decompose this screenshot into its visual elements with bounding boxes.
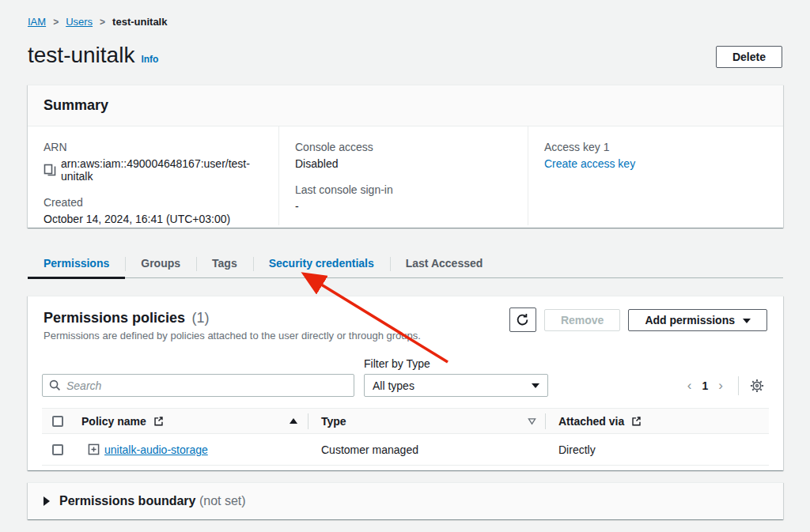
breadcrumb-link-users[interactable]: Users bbox=[66, 16, 93, 28]
arn-label: ARN bbox=[44, 141, 263, 153]
access-key-field: Access key 1 Create access key bbox=[544, 141, 767, 170]
type-filter-value: All types bbox=[373, 379, 414, 392]
external-link-icon bbox=[153, 416, 164, 426]
summary-card: Summary ARN arn:aws:iam::490004648167:us… bbox=[28, 85, 783, 228]
boundary-title: Permissions boundary bbox=[59, 494, 196, 507]
created-field: Created October 14, 2024, 16:41 (UTC+03:… bbox=[44, 196, 263, 225]
table-header-row: Policy name Type Attached via bbox=[42, 408, 769, 434]
page-title: test-unitalk bbox=[28, 43, 134, 68]
created-value: October 14, 2024, 16:41 (UTC+03:00) bbox=[44, 213, 263, 225]
page-number[interactable]: 1 bbox=[699, 379, 712, 392]
policies-title: Permissions policies bbox=[44, 310, 185, 326]
console-access-value: Disabled bbox=[295, 157, 512, 170]
row-checkbox-cell bbox=[42, 444, 74, 455]
remove-button[interactable]: Remove bbox=[544, 309, 620, 331]
header-policy-name[interactable]: Policy name bbox=[74, 415, 308, 428]
gear-icon[interactable] bbox=[747, 377, 767, 394]
refresh-button[interactable] bbox=[509, 308, 536, 332]
summary-column-2: Console access Disabled Last console sig… bbox=[278, 126, 528, 225]
select-all-checkbox[interactable] bbox=[52, 416, 63, 427]
breadcrumb-separator-icon: > bbox=[53, 17, 59, 28]
sort-ascending-icon[interactable] bbox=[290, 418, 297, 424]
row-checkbox[interactable] bbox=[52, 444, 63, 455]
summary-column-1: ARN arn:aws:iam::490004648167:user/test-… bbox=[28, 126, 278, 225]
header-attached-via[interactable]: Attached via bbox=[546, 415, 769, 428]
sort-indicator-icon[interactable] bbox=[528, 417, 536, 425]
tab-bar: Permissions Groups Tags Security credent… bbox=[28, 251, 783, 278]
console-access-label: Console access bbox=[295, 141, 512, 153]
tab-groups[interactable]: Groups bbox=[125, 251, 196, 277]
create-access-key-link[interactable]: Create access key bbox=[544, 157, 767, 170]
policies-table: Policy name Type Attached via bbox=[42, 408, 769, 466]
console-access-field: Console access Disabled bbox=[295, 141, 512, 170]
summary-title: Summary bbox=[44, 97, 108, 113]
policy-type-value: Customer managed bbox=[321, 443, 418, 456]
header-checkbox-cell bbox=[42, 416, 74, 427]
summary-column-3: Access key 1 Create access key bbox=[528, 126, 783, 225]
breadcrumb: IAM > Users > test-unitalk bbox=[28, 16, 167, 28]
last-signin-value: - bbox=[295, 200, 512, 213]
breadcrumb-link-iam[interactable]: IAM bbox=[28, 16, 46, 28]
caret-down-icon bbox=[532, 383, 539, 388]
policies-count: (1) bbox=[192, 310, 210, 326]
summary-body: ARN arn:aws:iam::490004648167:user/test-… bbox=[28, 126, 783, 225]
attached-via-value: Directly bbox=[558, 443, 596, 456]
pagination: ‹ 1 › bbox=[680, 374, 767, 397]
header-type[interactable]: Type bbox=[308, 415, 546, 428]
tab-security-credentials[interactable]: Security credentials bbox=[253, 251, 390, 277]
table-row: unitalk-audio-storage Customer managed D… bbox=[42, 434, 769, 466]
chevron-left-icon[interactable]: ‹ bbox=[680, 378, 699, 394]
created-label: Created bbox=[44, 196, 263, 209]
arn-field: ARN arn:aws:iam::490004648167:user/test-… bbox=[44, 141, 263, 183]
permissions-boundary-card: Permissions boundary (not set) bbox=[28, 482, 783, 519]
policies-header: Permissions policies (1) bbox=[44, 310, 210, 326]
boundary-status: (not set) bbox=[199, 494, 246, 507]
search-icon bbox=[49, 379, 61, 391]
caret-down-icon bbox=[743, 319, 751, 323]
row-policy-cell: unitalk-audio-storage bbox=[74, 443, 308, 456]
breadcrumb-current: test-unitalk bbox=[112, 16, 167, 28]
tab-tags[interactable]: Tags bbox=[196, 251, 253, 277]
type-filter-select[interactable]: All types bbox=[364, 374, 548, 397]
tab-last-accessed[interactable]: Last Accessed bbox=[390, 251, 499, 277]
search-input[interactable] bbox=[66, 379, 347, 392]
arn-value: arn:aws:iam::490004648167:user/test-unit… bbox=[61, 157, 263, 183]
summary-card-header: Summary bbox=[28, 85, 783, 126]
permissions-policies-card: Permissions policies (1) Permissions are… bbox=[28, 296, 783, 470]
info-link[interactable]: Info bbox=[141, 54, 158, 65]
breadcrumb-separator-icon: > bbox=[100, 17, 105, 28]
iam-user-detail-page: IAM > Users > test-unitalk test-unitalk … bbox=[0, 0, 810, 532]
filter-by-type-label: Filter by Type bbox=[364, 357, 430, 370]
expand-triangle-icon bbox=[44, 496, 50, 506]
pagination-divider bbox=[738, 376, 739, 395]
copy-icon[interactable] bbox=[44, 164, 56, 176]
column-divider bbox=[545, 413, 546, 429]
last-signin-label: Last console sign-in bbox=[295, 183, 512, 196]
add-permissions-button[interactable]: Add permissions bbox=[628, 309, 767, 331]
access-key-label: Access key 1 bbox=[544, 141, 767, 153]
page-header: test-unitalk Info bbox=[28, 43, 158, 68]
external-link-icon bbox=[631, 416, 642, 426]
permissions-boundary-expander[interactable]: Permissions boundary (not set) bbox=[28, 483, 783, 519]
policies-actions: Remove Add permissions bbox=[509, 308, 767, 332]
last-signin-field: Last console sign-in - bbox=[295, 183, 512, 213]
policies-description: Permissions are defined by policies atta… bbox=[44, 330, 421, 341]
chevron-right-icon[interactable]: › bbox=[711, 378, 730, 394]
refresh-icon bbox=[516, 313, 529, 326]
delete-button[interactable]: Delete bbox=[716, 46, 782, 68]
expand-row-icon[interactable] bbox=[88, 443, 100, 455]
tab-permissions[interactable]: Permissions bbox=[28, 251, 125, 277]
policy-name-link[interactable]: unitalk-audio-storage bbox=[104, 443, 208, 456]
search-box bbox=[42, 374, 354, 397]
